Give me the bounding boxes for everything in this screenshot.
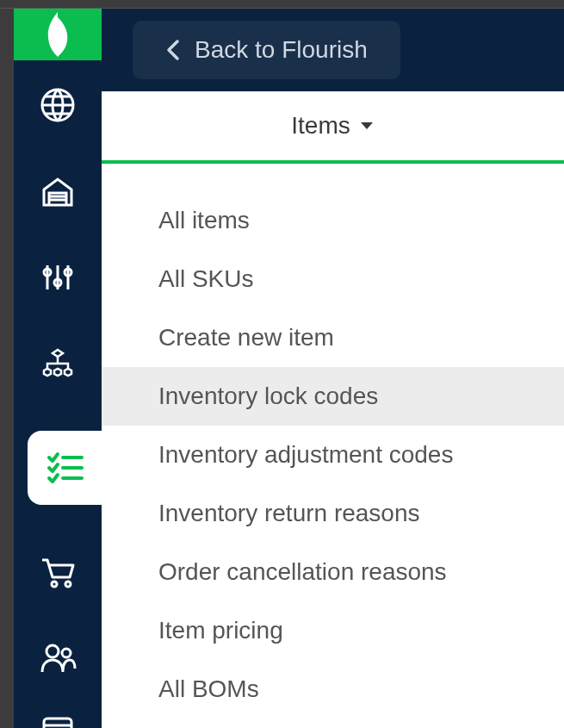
dropdown-item-label: All SKUs — [158, 265, 253, 292]
card-icon — [39, 708, 77, 728]
svg-point-7 — [62, 649, 71, 657]
app-container: Back to Flourish Items All items All SKU… — [0, 9, 564, 728]
window-chrome-top — [0, 0, 564, 9]
svg-point-5 — [65, 582, 71, 587]
nav-globe[interactable] — [14, 86, 102, 124]
dropdown-item-label: All BOMs — [158, 675, 259, 702]
nav-sliders[interactable] — [14, 258, 102, 296]
nav-warehouse[interactable] — [14, 172, 102, 210]
nav-cart[interactable] — [14, 553, 102, 591]
dropdown-item-label: Inventory return reasons — [158, 500, 420, 526]
dropdown-item-label: Inventory adjustment codes — [158, 441, 453, 468]
hierarchy-icon — [39, 345, 77, 383]
sliders-icon — [39, 258, 77, 296]
dropdown-item-label: All items — [158, 207, 250, 233]
tab-label: Items — [291, 112, 350, 140]
caret-down-icon — [359, 121, 375, 131]
nav-hierarchy[interactable] — [14, 345, 102, 383]
dropdown-item-item-pricing[interactable]: Item pricing — [102, 601, 564, 660]
checklist-icon — [46, 449, 84, 487]
window-chrome-left — [0, 9, 14, 728]
dropdown-item-create-new-item[interactable]: Create new item — [102, 308, 564, 367]
dropdown-item-inventory-adjustment-codes[interactable]: Inventory adjustment codes — [102, 426, 564, 484]
dropdown-item-all-boms[interactable]: All BOMs — [102, 660, 564, 719]
back-button[interactable]: Back to Flourish — [133, 21, 400, 79]
nav-users[interactable] — [14, 639, 102, 677]
dropdown-item-label: Item pricing — [158, 617, 283, 644]
globe-icon — [39, 86, 77, 124]
svg-point-6 — [46, 645, 59, 657]
top-header: Back to Flourish — [102, 9, 564, 91]
nav-checklist[interactable] — [28, 431, 102, 505]
svg-point-4 — [52, 582, 57, 587]
dropdown-item-label: Order cancellation reasons — [158, 558, 447, 585]
tab-items[interactable]: Items — [102, 91, 564, 164]
users-icon — [39, 639, 77, 677]
dropdown-item-all-items[interactable]: All items — [102, 191, 564, 250]
chevron-left-icon — [165, 38, 181, 62]
dropdown-item-all-skus[interactable]: All SKUs — [102, 250, 564, 308]
nav-list — [14, 60, 102, 728]
sidebar — [14, 9, 102, 728]
warehouse-icon — [39, 172, 77, 210]
items-dropdown: All items All SKUs Create new item Inven… — [102, 164, 564, 719]
dropdown-item-label: Inventory lock codes — [158, 383, 378, 409]
main-area: Back to Flourish Items All items All SKU… — [102, 9, 564, 728]
dropdown-item-label: Create new item — [158, 324, 334, 351]
back-button-label: Back to Flourish — [195, 36, 368, 64]
dropdown-item-inventory-return-reasons[interactable]: Inventory return reasons — [102, 484, 564, 543]
dropdown-item-inventory-lock-codes[interactable]: Inventory lock codes — [102, 367, 564, 426]
leaf-icon — [39, 9, 77, 60]
cart-icon — [39, 553, 77, 591]
nav-card[interactable] — [14, 708, 102, 728]
app-logo[interactable] — [14, 9, 102, 60]
dropdown-item-order-cancellation-reasons[interactable]: Order cancellation reasons — [102, 543, 564, 601]
